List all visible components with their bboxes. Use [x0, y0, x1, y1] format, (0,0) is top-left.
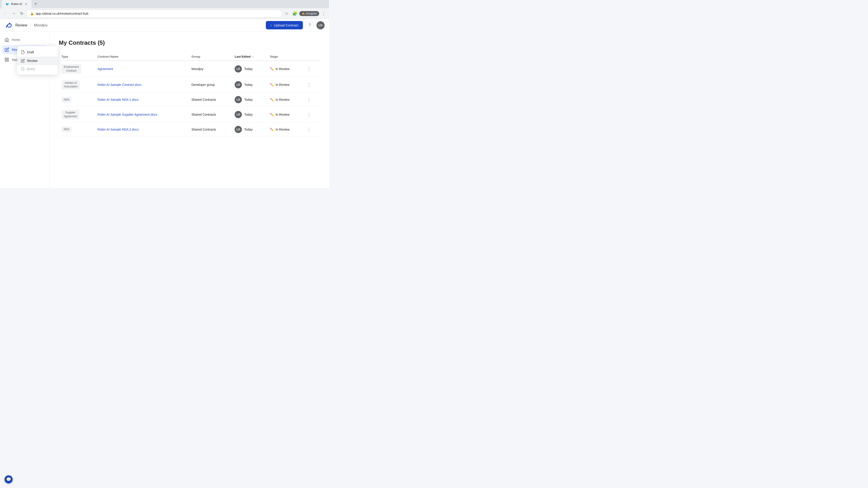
- contract-link[interactable]: Agreement: [97, 67, 113, 71]
- cell-last-edited: LDToday: [232, 93, 267, 107]
- group-text: Developer group: [191, 83, 215, 87]
- sidebar-home-label: Home: [12, 38, 20, 41]
- cell-type: Articles ofAssociation: [59, 77, 95, 93]
- svg-rect-1: [5, 58, 6, 59]
- dropdown-item-draft[interactable]: Draft: [17, 48, 58, 57]
- row-menu-button[interactable]: ⋮: [306, 96, 312, 103]
- group-text: Shared Contracts: [191, 128, 216, 131]
- col-contract-name: Contract Name: [95, 53, 189, 61]
- stage-edit-icon: ✏️: [270, 128, 274, 131]
- cell-last-edited: LDToday: [232, 123, 267, 136]
- cell-stage: ✏️In Review: [267, 107, 303, 123]
- apps-icon: [4, 57, 9, 62]
- pencil-icon: [21, 59, 25, 63]
- table-row: NDARobin AI Sample NDA 1.docxShared Cont…: [59, 93, 320, 107]
- stage-edit-icon: ✏️: [270, 83, 274, 87]
- svg-rect-4: [7, 60, 8, 61]
- row-menu-button[interactable]: ⋮: [306, 66, 312, 72]
- stage-label: In Review: [276, 67, 289, 71]
- cell-contract-name: Robin AI Sample NDA 1.docx: [95, 93, 189, 107]
- reload-button[interactable]: ↻: [18, 10, 25, 17]
- user-avatar: LD: [235, 126, 242, 133]
- dropdown-review-label: Review: [27, 59, 37, 63]
- forward-button[interactable]: →: [10, 10, 17, 17]
- edited-date: Today: [244, 83, 252, 87]
- upload-contract-button[interactable]: ↑ Upload Contract: [266, 21, 303, 29]
- stage-edit-icon: ✏️: [270, 98, 274, 101]
- stage-cell: ✏️In Review: [270, 67, 301, 71]
- user-avatar: LD: [235, 81, 242, 88]
- dropdown-query-label: Query: [27, 67, 35, 71]
- extensions-button[interactable]: 🧩: [291, 10, 298, 17]
- tab-close-button[interactable]: ✕: [24, 2, 28, 6]
- last-edited-cell: LDToday: [235, 65, 265, 72]
- contract-link[interactable]: Robin AI Sample Supplier Agreement.docx: [97, 113, 157, 116]
- address-bar[interactable]: 🔒 app.robinai.co.uk/review/contract-hub: [26, 9, 282, 18]
- home-icon: [4, 37, 9, 42]
- cell-last-edited: LDToday: [232, 107, 267, 123]
- cell-contract-name: Robin AI Sample Supplier Agreement.docx: [95, 107, 189, 123]
- cell-group: Developer group: [189, 77, 232, 93]
- user-avatar: LD: [235, 65, 242, 72]
- type-badge: NDA: [61, 97, 72, 103]
- dropdown-item-query[interactable]: Query: [17, 65, 58, 73]
- user-avatar-button[interactable]: LD: [316, 21, 324, 29]
- menu-button[interactable]: ⋮: [320, 10, 327, 17]
- row-menu-button[interactable]: ⋮: [306, 111, 312, 118]
- page-title: My Contracts (5): [59, 39, 320, 46]
- document-icon: [21, 50, 25, 54]
- col-actions: [303, 53, 320, 61]
- browser-tab[interactable]: 🐦 Robin AI ✕: [2, 0, 32, 8]
- cell-type: EmploymentContract: [59, 61, 95, 77]
- cell-contract-name: Robin AI Sample NDA 2.docx: [95, 123, 189, 136]
- group-text: Shared Contracts: [191, 113, 216, 116]
- stage-cell: ✏️In Review: [270, 113, 301, 116]
- cell-actions: ⋮: [303, 93, 320, 107]
- app-logo: [4, 21, 13, 29]
- help-button[interactable]: ?: [306, 21, 314, 29]
- svg-point-7: [21, 67, 24, 70]
- stage-label: In Review: [276, 83, 289, 87]
- svg-rect-2: [7, 58, 8, 59]
- type-badge: NDA: [61, 127, 72, 132]
- type-badge: Articles ofAssociation: [61, 80, 80, 90]
- upload-icon: ↑: [270, 23, 272, 27]
- contract-link[interactable]: Robin AI Sample NDA 2.docx: [97, 128, 138, 131]
- table-row: NDARobin AI Sample NDA 2.docxShared Cont…: [59, 123, 320, 136]
- new-tab-button[interactable]: +: [33, 1, 39, 7]
- table-header-row: Type Contract Name Group Last Edited ↑ S…: [59, 53, 320, 61]
- last-edited-cell: LDToday: [235, 81, 265, 88]
- stage-cell: ✏️In Review: [270, 98, 301, 101]
- col-last-edited[interactable]: Last Edited ↑: [232, 53, 267, 61]
- cell-last-edited: LDToday: [232, 77, 267, 93]
- contract-link[interactable]: Robin AI Sample NDA 1.docx: [97, 98, 138, 101]
- row-menu-button[interactable]: ⋮: [306, 126, 312, 133]
- table-row: Articles ofAssociationRobin AI Sample Co…: [59, 77, 320, 93]
- cell-group: Shared Contracts: [189, 107, 232, 123]
- col-group: Group: [189, 53, 232, 61]
- cell-actions: ⋮: [303, 107, 320, 123]
- nav-dropdown-menu: Draft Review Query: [17, 46, 58, 74]
- row-menu-button[interactable]: ⋮: [306, 82, 312, 88]
- incognito-badge: 🕵️ Incognito: [299, 11, 319, 16]
- main-content: My Contracts (5) Type Contract Name Grou…: [50, 19, 329, 188]
- sidebar-item-home[interactable]: Home: [2, 35, 48, 44]
- stage-label: In Review: [276, 98, 289, 101]
- cell-stage: ✏️In Review: [267, 93, 303, 107]
- contracts-table: Type Contract Name Group Last Edited ↑ S…: [59, 53, 320, 136]
- edited-date: Today: [244, 67, 252, 71]
- dropdown-item-review[interactable]: Review: [17, 57, 58, 65]
- cell-contract-name: Robin AI Sample Contract.docx: [95, 77, 189, 93]
- cell-group: Shared Contracts: [189, 93, 232, 107]
- cell-group: Shared Contracts: [189, 123, 232, 136]
- header-company: Moodjoy: [34, 23, 48, 27]
- back-button[interactable]: ←: [2, 10, 9, 17]
- cell-actions: ⋮: [303, 61, 320, 77]
- tab-title: Robin AI: [11, 2, 22, 6]
- contract-link[interactable]: Robin AI Sample Contract.docx: [97, 83, 142, 87]
- group-text: Moodjoy: [191, 67, 204, 71]
- bookmark-button[interactable]: ☆: [283, 10, 290, 17]
- cell-actions: ⋮: [303, 123, 320, 136]
- user-avatar: LD: [235, 111, 242, 118]
- edited-date: Today: [244, 128, 252, 131]
